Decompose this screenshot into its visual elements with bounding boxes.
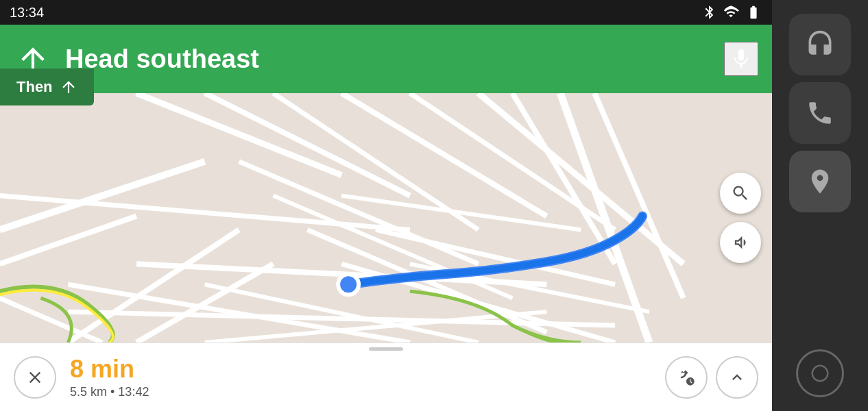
sidebar	[772, 0, 868, 411]
search-button[interactable]	[720, 173, 761, 214]
nav-direction: Head southeast	[65, 45, 724, 74]
microphone-button[interactable]	[724, 42, 758, 76]
status-icons	[702, 5, 762, 20]
expand-button[interactable]	[716, 356, 758, 399]
eta-info: 8 min 5.5 km • 13:42	[70, 355, 665, 399]
svg-point-30	[812, 366, 828, 382]
map-buttons	[720, 173, 761, 263]
battery-icon	[745, 5, 762, 20]
map-svg	[0, 93, 772, 342]
eta-details: 5.5 km • 13:42	[70, 385, 665, 399]
status-bar: 13:34	[0, 0, 772, 25]
then-badge: Then	[0, 68, 94, 105]
wifi-icon	[723, 5, 739, 20]
map-container[interactable]	[0, 93, 772, 342]
cancel-button[interactable]	[14, 356, 56, 399]
dot-separator: •	[110, 385, 118, 399]
route-options-button[interactable]	[665, 356, 708, 399]
status-time: 13:34	[10, 5, 44, 21]
phone-button[interactable]	[789, 82, 851, 144]
eta-minutes: 8 min	[70, 355, 665, 384]
headphones-button[interactable]	[789, 14, 851, 75]
svg-point-29	[340, 276, 357, 292]
arrival-time: 13:42	[118, 385, 149, 399]
drag-handle	[369, 347, 403, 351]
then-arrow-icon	[60, 78, 77, 96]
navigation-button[interactable]	[789, 151, 851, 212]
bottom-right-buttons	[665, 356, 758, 399]
home-button[interactable]	[796, 349, 844, 397]
then-label: Then	[16, 78, 53, 96]
nav-header: Head southeast	[0, 25, 772, 93]
main-area: 13:34 Head southeast	[0, 0, 772, 411]
bluetooth-icon	[702, 5, 717, 20]
bottom-bar: 8 min 5.5 km • 13:42	[0, 342, 772, 411]
svg-rect-0	[0, 93, 772, 342]
sound-button[interactable]	[720, 222, 761, 263]
distance: 5.5 km	[70, 385, 107, 399]
